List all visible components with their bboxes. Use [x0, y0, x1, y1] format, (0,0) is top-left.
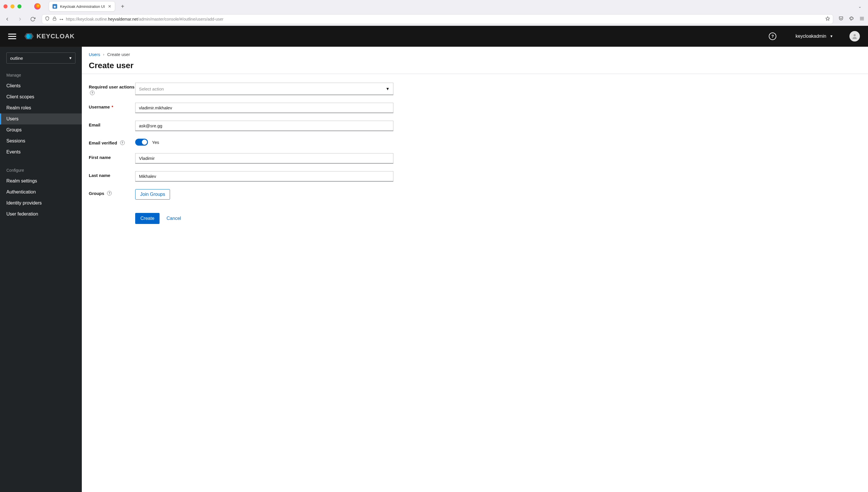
firefox-icon	[34, 3, 41, 9]
tab-title: Keycloak Administration UI	[60, 4, 105, 9]
all-tabs-button[interactable]: ⌄	[855, 4, 865, 9]
sidebar-item-client-scopes[interactable]: Client scopes	[0, 91, 82, 102]
svg-rect-0	[53, 18, 56, 20]
realm-selector[interactable]: outline ▾	[6, 52, 75, 64]
svg-marker-1	[826, 17, 829, 20]
key-icon: ⊶	[59, 17, 63, 22]
create-button[interactable]: Create	[135, 213, 159, 224]
sidebar-item-users[interactable]: Users	[0, 114, 82, 124]
first-name-input[interactable]	[135, 153, 393, 164]
sidebar-item-clients[interactable]: Clients	[0, 80, 82, 91]
sidebar-toggle-button[interactable]	[8, 34, 16, 39]
chevron-down-icon: ▼	[830, 34, 833, 38]
page-title: Create user	[89, 61, 861, 70]
email-input[interactable]	[135, 121, 393, 131]
create-user-form: Required user actions ? Select action ▼ …	[89, 83, 393, 224]
chevron-right-icon: ›	[103, 52, 104, 56]
url-text: https://keycloak.outline.heyvaldemar.net…	[66, 17, 822, 22]
email-verified-toggle-label: Yes	[152, 140, 159, 145]
reload-button[interactable]	[29, 16, 36, 23]
pocket-icon[interactable]	[838, 16, 844, 22]
main-content: Users › Create user Create user Required…	[82, 47, 868, 492]
label-last-name: Last name	[89, 171, 135, 181]
close-tab-icon[interactable]: ✕	[108, 4, 111, 9]
sidebar-item-user-federation[interactable]: User federation	[0, 208, 82, 220]
required-actions-select[interactable]: Select action ▼	[135, 83, 393, 95]
help-icon[interactable]: ?	[107, 191, 112, 196]
user-menu[interactable]: keycloakadmin ▼	[795, 34, 833, 39]
titlebar: ◆ Keycloak Administration UI ✕ + ⌄	[0, 0, 868, 13]
breadcrumb: Users › Create user	[89, 52, 861, 57]
kc-header: KEYCLOAK ? keycloakadmin ▼	[0, 26, 868, 47]
close-window-button[interactable]	[3, 4, 7, 8]
browser-toolbar: ⊶ https://keycloak.outline.heyvaldemar.n…	[0, 13, 868, 26]
lock-icon	[52, 17, 56, 22]
breadcrumb-users-link[interactable]: Users	[89, 52, 100, 57]
sidebar-item-authentication[interactable]: Authentication	[0, 187, 82, 198]
breadcrumb-current: Create user	[107, 52, 130, 57]
label-first-name: First name	[89, 153, 135, 164]
maximize-window-button[interactable]	[18, 4, 22, 8]
kc-logo[interactable]: KEYCLOAK	[24, 31, 75, 42]
email-verified-toggle[interactable]	[135, 139, 148, 146]
last-name-input[interactable]	[135, 171, 393, 181]
chevron-down-icon: ▼	[386, 87, 390, 91]
username-input[interactable]	[135, 103, 393, 113]
shield-icon	[45, 16, 50, 22]
sidebar-item-realm-roles[interactable]: Realm roles	[0, 102, 82, 114]
minimize-window-button[interactable]	[10, 4, 15, 8]
label-email: Email	[89, 121, 135, 131]
label-groups: Groups ?	[89, 189, 135, 200]
form-actions: Create Cancel	[135, 213, 393, 224]
brand-text: KEYCLOAK	[36, 32, 75, 40]
join-groups-button[interactable]: Join Groups	[135, 189, 170, 200]
back-button[interactable]	[3, 16, 11, 23]
email-verified-row: Yes	[135, 139, 393, 146]
required-actions-placeholder: Select action	[139, 87, 164, 91]
app-menu-icon[interactable]	[859, 16, 865, 22]
svg-point-8	[853, 34, 855, 36]
browser-chrome: ◆ Keycloak Administration UI ✕ + ⌄ ⊶ htt…	[0, 0, 868, 26]
window-controls	[3, 4, 26, 8]
divider	[82, 74, 868, 74]
extensions-icon[interactable]	[849, 16, 854, 22]
sidebar-item-events[interactable]: Events	[0, 147, 82, 157]
forward-button[interactable]	[16, 16, 24, 23]
keycloak-favicon-icon: ◆	[52, 4, 57, 9]
address-bar[interactable]: ⊶ https://keycloak.outline.heyvaldemar.n…	[42, 14, 833, 24]
label-required-actions: Required user actions ?	[89, 83, 135, 95]
bookmark-star-icon[interactable]	[825, 16, 830, 22]
sidebar-item-identity-providers[interactable]: Identity providers	[0, 198, 82, 208]
sidebar-item-sessions[interactable]: Sessions	[0, 136, 82, 147]
user-name: keycloakadmin	[795, 34, 826, 39]
new-tab-button[interactable]: +	[121, 3, 124, 10]
help-icon[interactable]: ?	[120, 141, 125, 145]
sidebar-section-manage: Manage	[0, 69, 82, 80]
label-email-verified: Email verified ?	[89, 139, 135, 146]
keycloak-logo-icon	[24, 31, 34, 42]
chevron-down-icon: ▾	[69, 55, 72, 60]
realm-selector-label: outline	[10, 56, 23, 60]
avatar[interactable]	[849, 31, 860, 42]
help-button[interactable]: ?	[769, 32, 776, 40]
label-username: Username*	[89, 103, 135, 113]
sidebar-item-realm-settings[interactable]: Realm settings	[0, 175, 82, 187]
sidebar-section-configure: Configure	[0, 164, 82, 175]
cancel-button[interactable]: Cancel	[167, 216, 181, 221]
sidebar-item-groups[interactable]: Groups	[0, 124, 82, 136]
help-icon[interactable]: ?	[90, 91, 95, 95]
browser-tab[interactable]: ◆ Keycloak Administration UI ✕	[49, 1, 115, 11]
sidebar: outline ▾ Manage Clients Client scopes R…	[0, 47, 82, 492]
